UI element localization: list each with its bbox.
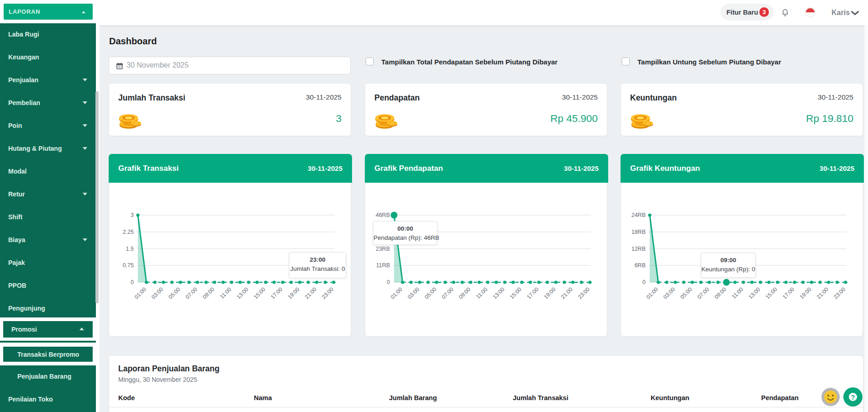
svg-text:15:00: 15:00 [764,286,779,300]
svg-text:07:00: 07:00 [441,286,455,300]
svg-text:19:00: 19:00 [286,286,300,300]
svg-text:03:00: 03:00 [150,286,164,300]
svg-text:23:00: 23:00 [321,286,335,300]
svg-text:23:00: 23:00 [832,286,847,300]
svg-text:07:00: 07:00 [696,286,710,300]
svg-text:01:00: 01:00 [389,286,404,300]
svg-text:17:00: 17:00 [269,286,284,300]
svg-text:19:00: 19:00 [798,286,812,300]
svg-text:19:00: 19:00 [542,286,557,300]
svg-text:13:00: 13:00 [235,286,249,300]
svg-text:03:00: 03:00 [406,286,421,300]
svg-text:6RB: 6RB [635,262,646,269]
svg-text:13:00: 13:00 [747,286,761,300]
svg-text:23:00: 23:00 [577,286,591,300]
svg-text:0: 0 [642,279,646,285]
svg-text:09:00: 09:00 [201,286,216,300]
svg-text:11:00: 11:00 [475,286,489,300]
svg-text:01:00: 01:00 [645,286,659,300]
svg-text:17:00: 17:00 [781,286,795,300]
svg-text:01:00: 01:00 [133,286,147,300]
svg-text:17:00: 17:00 [526,286,540,300]
svg-text:0.75: 0.75 [123,262,134,269]
svg-text:07:00: 07:00 [184,286,199,300]
svg-text:0: 0 [131,279,134,285]
svg-text:15:00: 15:00 [509,286,523,300]
svg-text:11:00: 11:00 [731,286,745,300]
svg-text:03:00: 03:00 [662,286,676,300]
svg-text:12RB: 12RB [631,246,646,252]
svg-text:0: 0 [387,279,390,285]
svg-text:23RB: 23RB [376,246,390,252]
svg-text:09:00: 09:00 [713,286,727,300]
svg-text:21:00: 21:00 [815,286,830,300]
svg-text:15:00: 15:00 [253,286,267,300]
svg-text:11:00: 11:00 [219,286,233,300]
svg-text:2.25: 2.25 [123,229,134,235]
svg-text:18RB: 18RB [631,229,646,235]
svg-text:11RB: 11RB [376,262,390,269]
svg-text:05:00: 05:00 [423,286,437,300]
svg-text:13:00: 13:00 [491,286,505,300]
svg-text:?: ? [851,394,855,401]
svg-text:3: 3 [131,212,134,218]
svg-text:09:00: 09:00 [458,286,472,300]
svg-text:05:00: 05:00 [679,286,693,300]
svg-text:21:00: 21:00 [560,286,574,300]
svg-text:05:00: 05:00 [167,286,181,300]
svg-text:24RB: 24RB [631,212,646,218]
svg-text:1.5: 1.5 [126,246,134,252]
svg-text:21:00: 21:00 [304,286,318,300]
svg-text:46RB: 46RB [376,212,390,218]
